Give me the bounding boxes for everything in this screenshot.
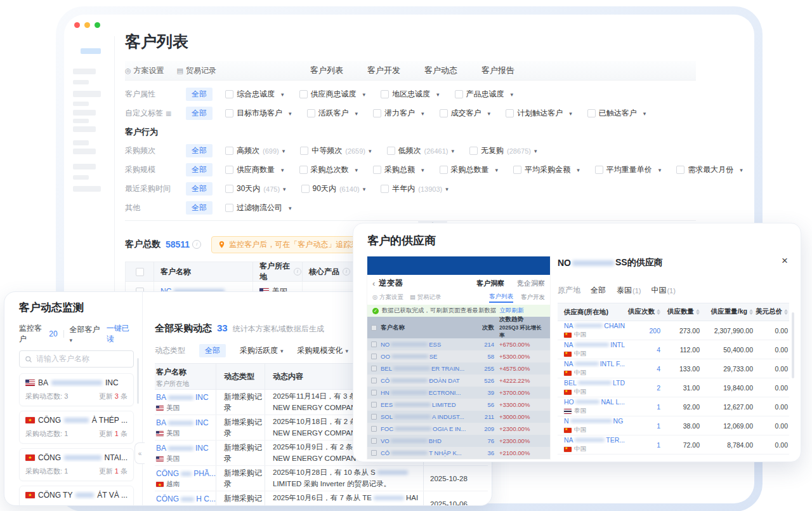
- row-checkbox[interactable]: [371, 450, 377, 456]
- row-checkbox[interactable]: [371, 366, 377, 371]
- checkbox[interactable]: [513, 166, 521, 174]
- supplier-row[interactable]: NA INTL F... 中国 4 133.00 29,733.00: [558, 359, 789, 378]
- select-all-checkbox[interactable]: [371, 325, 377, 331]
- customer-name-link[interactable]: BA INC: [156, 418, 216, 427]
- filter-item[interactable]: 平均采购金额 ▾: [513, 164, 580, 175]
- checkbox[interactable]: [676, 166, 684, 174]
- search-input[interactable]: 请输入客户名称: [19, 350, 134, 368]
- filter-item[interactable]: 成交客户 ▾: [440, 108, 491, 119]
- supplier-row[interactable]: BEL LTD 中国 2 31.00 19,840.00: [558, 378, 789, 397]
- tab[interactable]: 客户动态: [424, 61, 457, 80]
- plan-settings-button[interactable]: ◎ 方案设置: [125, 65, 164, 76]
- filter-item[interactable]: 采购总额 ▾: [373, 164, 424, 175]
- filter-item[interactable]: 目标市场客户 ▾: [225, 108, 292, 119]
- filter-item[interactable]: 已触达客户 ▾: [587, 108, 646, 119]
- filter-all-pill[interactable]: 全部: [186, 107, 213, 120]
- mini-table-row[interactable]: BEL ER TRAIN... 255 +4575.00%: [367, 362, 550, 375]
- row-checkbox[interactable]: [371, 354, 377, 359]
- filter-all-pill[interactable]: 全部: [186, 163, 213, 176]
- supplier-row[interactable]: NA CHAIN 中国 200 273.00 2,307,990.00: [558, 321, 789, 340]
- filter-item[interactable]: 低频次 (26461) ▾: [387, 145, 454, 156]
- customer-name-link[interactable]: HN ECTRONI...: [381, 389, 468, 396]
- checkbox[interactable]: [299, 166, 308, 174]
- filter-item[interactable]: 90天内 (6140) ▾: [301, 183, 366, 194]
- supplier-row[interactable]: NA INTL 中国 4 112.00 50,400.00: [558, 340, 789, 359]
- checkbox[interactable]: [300, 147, 308, 155]
- mini-table-row[interactable]: FOC OGIA E IN... 209 +2300.00%: [367, 423, 550, 435]
- filter-item[interactable]: 过滤物流公司 ▾: [225, 202, 292, 213]
- supplier-name-link[interactable]: BEL LTD: [564, 379, 625, 387]
- row-checkbox[interactable]: [371, 414, 377, 420]
- mini-table-row[interactable]: EES LIMITED 56 +3300.00%: [367, 399, 550, 411]
- filter-item[interactable]: 采购总次数 ▾: [299, 164, 358, 175]
- monitored-customer-card[interactable]: CÔNG NTAI... 采购动态数: 1 更新 1: [19, 448, 134, 481]
- checkbox[interactable]: [381, 185, 389, 193]
- filter-item[interactable]: 计划触达客户 ▾: [506, 108, 572, 119]
- trade-records-button[interactable]: ▤ 贸易记录: [177, 65, 216, 76]
- select-all-checkbox[interactable]: [136, 268, 144, 276]
- row-checkbox[interactable]: [371, 438, 377, 444]
- checkbox[interactable]: [469, 147, 478, 155]
- close-icon[interactable]: ×: [782, 255, 788, 266]
- row-checkbox[interactable]: [371, 402, 377, 408]
- checkbox[interactable]: [455, 90, 463, 98]
- filter-item[interactable]: 地区忠诚度 ▾: [381, 89, 440, 100]
- filter-all-pill[interactable]: 全部: [186, 88, 213, 101]
- checkbox[interactable]: [506, 109, 514, 117]
- mark-all-read-button[interactable]: 一键已读: [107, 323, 134, 345]
- filter-item[interactable]: 30天内 (475) ▾: [225, 183, 286, 194]
- filter-item[interactable]: 高频次 (699) ▾: [225, 145, 285, 156]
- mini-tab-competitor-insight[interactable]: 竞企洞察: [517, 279, 545, 288]
- customer-name-link[interactable]: CÔNG PHẦ...: [156, 469, 216, 478]
- checkbox[interactable]: [225, 109, 233, 117]
- row-checkbox[interactable]: [371, 426, 377, 432]
- checkbox[interactable]: [440, 109, 448, 117]
- supplier-row[interactable]: HO NAL L... 泰国 1 92.00 12,627.00: [558, 397, 789, 416]
- checkbox[interactable]: [373, 166, 381, 174]
- filter-item[interactable]: 中等频次 (2659) ▾: [300, 145, 371, 156]
- mini-table-row[interactable]: VO BHD 76 +2300.00%: [367, 435, 550, 447]
- mini-table-row[interactable]: CÔ ĐOÀN DAT 526 +4222.22%: [367, 375, 550, 387]
- filter-item[interactable]: 无复购 (28675) ▾: [469, 145, 537, 156]
- mini-table-row[interactable]: SOL A INDUST... 211 +3000.00%: [367, 411, 550, 423]
- dynamics-filter-dropdown[interactable]: 采购活跃度 ▾: [240, 345, 284, 356]
- customer-name-link[interactable]: BA INC: [156, 393, 216, 402]
- tab[interactable]: 客户开发: [367, 61, 400, 80]
- checkbox[interactable]: [225, 204, 233, 212]
- mini-table-row[interactable]: OO SE 58 +5300.00%: [367, 350, 550, 362]
- refresh-now-link[interactable]: 立即刷新: [500, 307, 524, 315]
- scope-dropdown[interactable]: 全部客户 ▾: [69, 324, 101, 344]
- customer-name-link[interactable]: FOC OGIA E IN...: [381, 425, 468, 432]
- filter-item[interactable]: 平均重量单价 ▾: [595, 164, 662, 175]
- origin-tab[interactable]: 中国 (1): [651, 285, 675, 296]
- checkbox[interactable]: [301, 185, 310, 193]
- checkbox[interactable]: [225, 147, 233, 155]
- customer-name-link[interactable]: CÔ T NHẬP K...: [381, 449, 468, 456]
- checkbox[interactable]: [373, 109, 381, 117]
- scrollbar[interactable]: [792, 312, 794, 378]
- checkbox[interactable]: [225, 90, 233, 98]
- mini-trade-records[interactable]: ▤ 贸易记录: [410, 293, 442, 302]
- tab[interactable]: 客户列表: [310, 61, 343, 80]
- filter-item[interactable]: 供应商忠诚度 ▾: [299, 89, 366, 100]
- filter-item[interactable]: 需求最大月份 ▾: [676, 164, 743, 175]
- supplier-name-link[interactable]: NA INTL F...: [564, 360, 625, 368]
- supplier-row[interactable]: N NG 中国 1 38.00 12,069.00 0.: [558, 416, 789, 435]
- origin-tab[interactable]: 全部: [591, 285, 606, 296]
- checkbox[interactable]: [225, 166, 233, 174]
- checkbox[interactable]: [595, 166, 603, 174]
- filter-item[interactable]: 活跃客户 ▾: [307, 108, 358, 119]
- supplier-row[interactable]: NA TER... 中国 1 72.00 8,784.00: [558, 435, 789, 455]
- mini-tab-customer-list[interactable]: 客户列表: [489, 293, 513, 303]
- checkbox[interactable]: [307, 109, 315, 117]
- dynamics-filter-dropdown[interactable]: 采购规模变化 ▾: [298, 345, 349, 356]
- filter-all-pill[interactable]: 全部: [186, 182, 213, 196]
- mini-tab-customer-dev[interactable]: 客户开发: [521, 293, 545, 302]
- supplier-name-link[interactable]: NA TER...: [564, 436, 625, 444]
- customer-name-link[interactable]: EES LIMITED: [381, 401, 468, 408]
- monitored-customer-card[interactable]: CÔNG TY ÁT VÀ ... 采购动态数: 2 更新 2: [19, 486, 134, 506]
- customer-name-link[interactable]: CÔNG H C...: [156, 494, 216, 503]
- mini-table-row[interactable]: NO ESS 214 +6750.00%: [367, 338, 550, 350]
- checkbox[interactable]: [225, 185, 233, 193]
- dynamics-all-pill[interactable]: 全部: [199, 344, 226, 357]
